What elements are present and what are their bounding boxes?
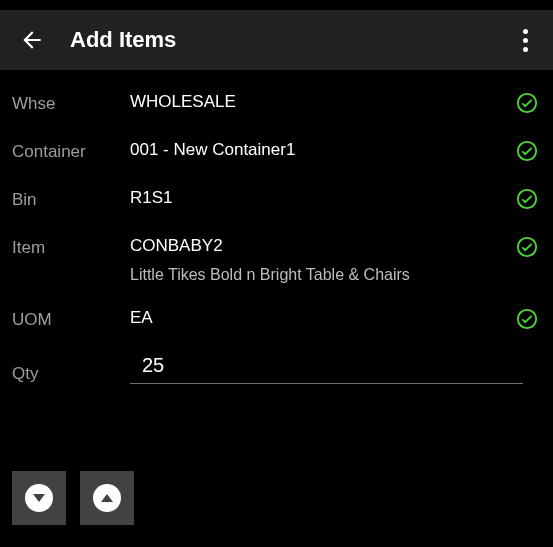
item-value: CONBABY2 bbox=[130, 236, 509, 256]
container-valid-icon bbox=[513, 140, 541, 162]
whse-value: WHOLESALE bbox=[130, 92, 509, 112]
field-whse[interactable]: Whse WHOLESALE bbox=[0, 80, 553, 128]
whse-label: Whse bbox=[12, 92, 130, 114]
page-title: Add Items bbox=[70, 27, 176, 53]
container-value: 001 - New Container1 bbox=[130, 140, 509, 160]
field-qty: Qty bbox=[0, 344, 553, 392]
qty-label: Qty bbox=[12, 362, 130, 384]
app-bar: Add Items bbox=[0, 10, 553, 70]
more-menu-button[interactable] bbox=[503, 18, 547, 62]
qty-input[interactable] bbox=[130, 348, 523, 384]
item-label: Item bbox=[12, 236, 130, 258]
back-button[interactable] bbox=[8, 16, 56, 64]
bottom-button-bar bbox=[12, 471, 134, 525]
arrow-back-icon bbox=[19, 27, 45, 53]
field-bin[interactable]: Bin R1S1 bbox=[0, 176, 553, 224]
item-valid-icon bbox=[513, 236, 541, 258]
chevron-down-icon bbox=[25, 484, 53, 512]
field-uom[interactable]: UOM EA bbox=[0, 296, 553, 344]
bin-valid-icon bbox=[513, 188, 541, 210]
field-item[interactable]: Item CONBABY2 Little Tikes Bold n Bright… bbox=[0, 224, 553, 296]
uom-valid-icon bbox=[513, 308, 541, 330]
status-bar bbox=[0, 0, 553, 10]
chevron-up-icon bbox=[93, 484, 121, 512]
uom-value: EA bbox=[130, 308, 509, 328]
form-container: Whse WHOLESALE Container 001 - New Conta… bbox=[0, 70, 553, 392]
svg-point-4 bbox=[518, 310, 536, 328]
bin-label: Bin bbox=[12, 188, 130, 210]
uom-label: UOM bbox=[12, 308, 130, 330]
up-button[interactable] bbox=[80, 471, 134, 525]
svg-point-1 bbox=[518, 142, 536, 160]
bin-value: R1S1 bbox=[130, 188, 509, 208]
field-container[interactable]: Container 001 - New Container1 bbox=[0, 128, 553, 176]
down-button[interactable] bbox=[12, 471, 66, 525]
item-description: Little Tikes Bold n Bright Table & Chair… bbox=[130, 266, 509, 284]
svg-point-2 bbox=[518, 190, 536, 208]
svg-point-0 bbox=[518, 94, 536, 112]
more-vert-icon bbox=[523, 29, 528, 52]
svg-point-3 bbox=[518, 238, 536, 256]
whse-valid-icon bbox=[513, 92, 541, 114]
container-label: Container bbox=[12, 140, 130, 162]
